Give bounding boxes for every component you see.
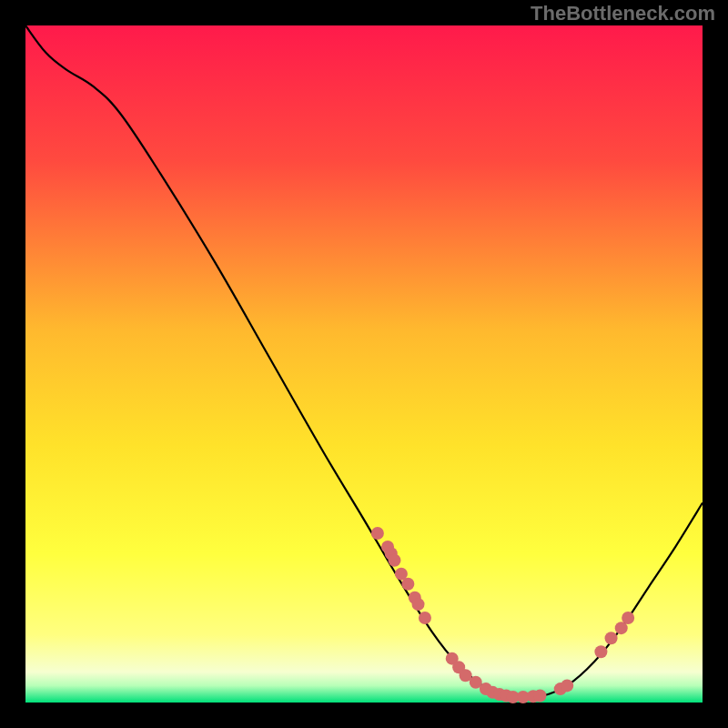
watermark-text: TheBottleneck.com <box>531 2 715 25</box>
chart-container: TheBottleneck.com <box>0 0 728 728</box>
data-point <box>622 612 634 624</box>
data-point <box>419 612 431 624</box>
plot-background <box>25 25 703 703</box>
data-point <box>412 598 425 611</box>
data-point <box>605 632 618 644</box>
data-point <box>533 690 546 703</box>
data-point <box>594 645 607 658</box>
data-point <box>388 554 400 567</box>
bottleneck-curve-chart <box>0 0 728 728</box>
data-point <box>401 578 414 591</box>
data-point <box>371 527 384 540</box>
data-point <box>561 679 573 692</box>
